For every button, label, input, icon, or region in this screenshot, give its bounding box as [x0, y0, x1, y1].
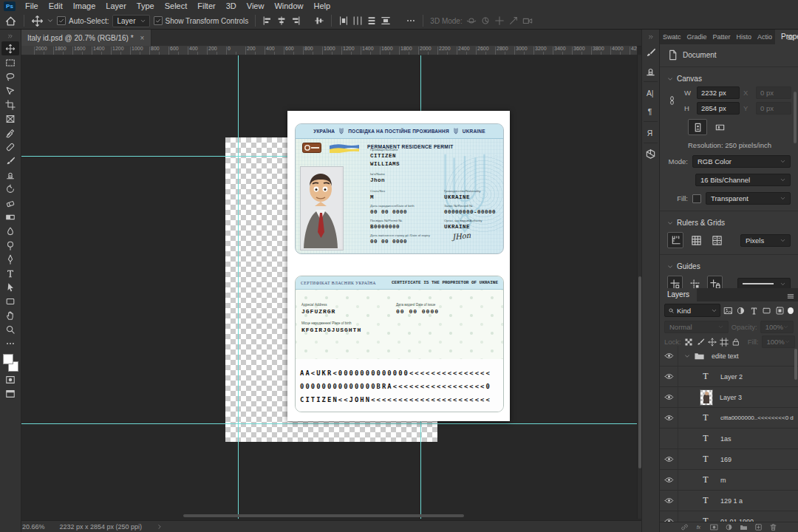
units-dropdown[interactable]: Pixels — [740, 234, 791, 247]
lock-position-icon[interactable] — [708, 338, 717, 347]
tab-gradie[interactable]: Gradie — [684, 30, 710, 44]
filter-smart-objects-icon[interactable] — [774, 304, 785, 316]
edit-toolbar-icon[interactable] — [1, 336, 19, 350]
chevron-down-icon[interactable] — [47, 18, 53, 24]
smart-guides-toggle-button[interactable] — [687, 276, 703, 288]
tab-patter[interactable]: Patter — [710, 30, 734, 44]
close-tab-icon[interactable]: × — [140, 34, 145, 42]
brush-panel-icon[interactable] — [643, 44, 658, 61]
tab-actio[interactable]: Actio — [754, 30, 775, 44]
fill-dropdown[interactable]: Transparent — [706, 192, 791, 205]
document-tab[interactable]: Italy id.psd @ 20.7% (RGB/16) * × — [21, 30, 151, 46]
menu-filter[interactable]: Filter — [192, 0, 220, 13]
zoom-level[interactable]: 20.66% — [22, 523, 45, 531]
lock-transparency-icon[interactable] — [684, 338, 693, 347]
scrollbar-thumb[interactable] — [183, 514, 464, 517]
auto-select-checkbox[interactable]: Auto-Select: — [57, 16, 109, 25]
filter-type-layers-icon[interactable] — [748, 304, 760, 316]
hand-tool[interactable] — [1, 308, 19, 322]
layer-row[interactable]: T1as — [660, 429, 798, 449]
quick-mask-icon[interactable] — [1, 372, 19, 386]
clone-stamp-panel-icon[interactable] — [643, 63, 658, 79]
eye-icon[interactable] — [660, 346, 678, 366]
grid-toggle-button[interactable] — [688, 232, 704, 248]
move-tool-preset-icon[interactable] — [31, 15, 44, 27]
layer-name[interactable]: 1as — [720, 435, 732, 443]
tab-histo[interactable]: Histo — [734, 30, 755, 44]
layer-name[interactable]: Layer 3 — [720, 394, 742, 401]
height-field[interactable]: 2854 px — [697, 102, 740, 115]
lasso-tool[interactable] — [1, 69, 19, 83]
dodge-tool[interactable] — [1, 238, 19, 252]
scrollbar-thumb[interactable] — [794, 92, 797, 143]
home-icon[interactable] — [4, 15, 17, 27]
gradient-tool[interactable] — [1, 210, 19, 224]
menu-select[interactable]: Select — [160, 0, 193, 13]
glyphs-panel-icon[interactable]: Я — [643, 124, 658, 140]
layer-row[interactable]: TLayer 2 — [660, 366, 798, 387]
lock-artboard-icon[interactable] — [720, 338, 729, 347]
type-layer-thumbnail[interactable]: T — [698, 432, 714, 446]
align-left-icon[interactable] — [262, 16, 273, 26]
canvas-section-header[interactable]: Canvas — [660, 70, 798, 85]
layer-row[interactable]: T129 1 a — [660, 491, 798, 511]
eye-icon[interactable] — [660, 470, 678, 490]
path-select-tool[interactable] — [1, 280, 19, 294]
distribute-vertical-icon[interactable] — [366, 16, 377, 26]
filter-adjustment-layers-icon[interactable] — [735, 304, 746, 316]
crop-tool[interactable] — [1, 98, 19, 112]
shape-tool[interactable] — [1, 294, 19, 308]
lock-guides-button[interactable] — [707, 276, 723, 288]
show-transform-checkbox[interactable]: Show Transform Controls — [154, 16, 249, 25]
blur-tool[interactable] — [1, 224, 19, 238]
add-mask-icon[interactable] — [710, 523, 718, 531]
marquee-tool[interactable] — [1, 55, 19, 69]
new-adjustment-layer-icon[interactable] — [725, 523, 733, 531]
filter-pixel-layers-icon[interactable] — [723, 304, 734, 316]
rulers-grids-section-header[interactable]: Rulers & Grids — [660, 214, 798, 229]
more-options-icon[interactable] — [406, 16, 416, 26]
menu-edit[interactable]: Edit — [44, 0, 68, 13]
type-layer-thumbnail[interactable]: T — [698, 412, 714, 425]
object-select-tool[interactable] — [1, 83, 19, 98]
layer-row[interactable]: Layer 3 — [660, 387, 798, 408]
move-tool[interactable] — [1, 41, 19, 55]
eye-icon[interactable] — [660, 449, 678, 469]
link-dimensions-icon[interactable] — [667, 91, 681, 110]
tab-layers[interactable]: Layers — [660, 288, 697, 301]
panel-menu-icon[interactable] — [786, 292, 795, 301]
layer-row[interactable]: Tcitta0000000..<<<<<<<<0 d — [660, 408, 798, 429]
pen-tool[interactable] — [1, 252, 19, 266]
filter-toggle[interactable] — [788, 307, 794, 314]
link-layers-icon[interactable] — [681, 523, 689, 531]
layer-name[interactable]: citta0000000..<<<<<<<<0 d — [720, 415, 794, 421]
layer-thumbnail[interactable] — [700, 389, 713, 406]
eye-icon[interactable] — [660, 387, 678, 407]
status-options-icon[interactable] — [157, 524, 163, 530]
rulers-toggle-button[interactable] — [667, 232, 683, 248]
cube-panel-icon[interactable] — [643, 146, 658, 162]
guide-vertical-left[interactable] — [238, 55, 239, 519]
layer-name[interactable]: 169 — [720, 456, 732, 463]
eye-icon[interactable] — [660, 511, 678, 522]
layer-style-icon[interactable]: fx — [695, 523, 703, 531]
guide-horizontal-top[interactable] — [21, 156, 287, 157]
layer-name[interactable]: edite text — [712, 352, 739, 360]
layer-row[interactable]: Tm — [660, 470, 798, 491]
tab-swatc[interactable]: Swatc — [660, 30, 684, 44]
lock-all-icon[interactable] — [732, 338, 740, 347]
eraser-tool[interactable] — [1, 196, 19, 210]
type-layer-thumbnail[interactable]: T — [698, 453, 714, 466]
expand-panels-icon[interactable] — [642, 32, 659, 42]
layer-row[interactable]: edite text — [660, 346, 798, 366]
horizontal-scrollbar[interactable] — [21, 514, 637, 519]
layer-row[interactable]: T01.01.1990 — [660, 511, 798, 522]
delete-layer-icon[interactable] — [769, 523, 777, 531]
distribute-right-icon[interactable] — [381, 16, 391, 26]
frame-tool[interactable] — [1, 112, 19, 126]
layer-name[interactable]: m — [720, 477, 726, 484]
eye-icon[interactable] — [660, 408, 678, 428]
layer-name[interactable]: 129 1 a — [720, 497, 743, 505]
filter-kind-dropdown[interactable]: Kind — [664, 304, 720, 317]
menu-type[interactable]: Type — [132, 0, 160, 13]
